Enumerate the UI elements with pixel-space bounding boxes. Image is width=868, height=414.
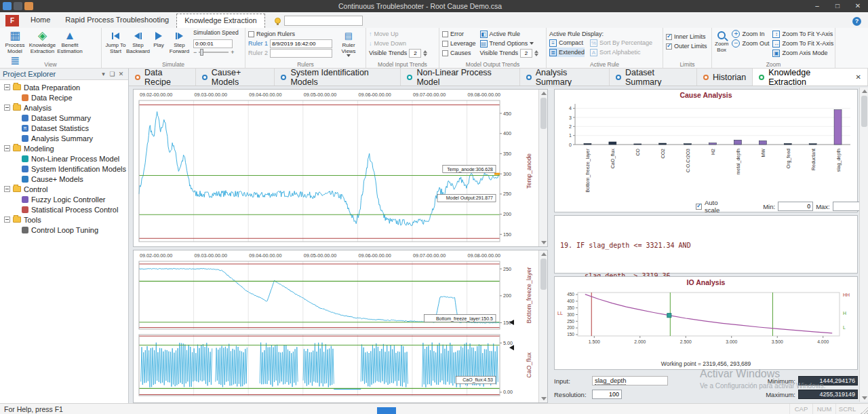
trend-options-button[interactable]: ▤Trend Options (480, 39, 538, 48)
tree-item-modeling[interactable]: Modeling (0, 143, 128, 153)
tree-item-control[interactable]: Control (0, 184, 128, 194)
doc-tab-non-linear-process-model[interactable]: Non-Linear Process Model (401, 69, 519, 86)
minimize-button[interactable]: – (807, 0, 827, 12)
doc-tab-dataset-summary[interactable]: Dataset Summary (610, 69, 697, 86)
tree-item-tools[interactable]: Tools (0, 214, 128, 225)
resolution-input[interactable] (592, 390, 622, 399)
trend2-scrollbar[interactable] (538, 250, 547, 402)
tree-item-dataset-summary[interactable]: Dataset Summary (0, 113, 128, 123)
system-identification-models-tab-icon (281, 75, 286, 80)
resize-grip[interactable] (859, 404, 868, 414)
step-backward-button[interactable]: Step Backward (127, 29, 149, 56)
simulation-speed-input[interactable] (193, 39, 233, 48)
extended-option[interactable]: ≣Extended (549, 48, 585, 57)
out-visible-trends-input[interactable] (520, 49, 532, 58)
tree-item-data-preparation[interactable]: Data Preparation (0, 82, 128, 92)
tree-item-fuzzy-logic-controller[interactable]: Fuzzy Logic Controller (0, 194, 128, 204)
process-model-button[interactable]: ▦Process Model (3, 29, 27, 54)
knowledge-extraction-button[interactable]: ◈Knowledge Extraction (30, 29, 54, 54)
expander-icon[interactable] (4, 145, 10, 151)
leverage-checkbox[interactable] (442, 41, 448, 47)
compact-option[interactable]: ≡Compact (549, 38, 585, 48)
sort-by-percentage-button[interactable]: %Sort By Percentage (590, 38, 652, 48)
error-checkbox[interactable] (442, 31, 448, 37)
benefit-estimation-button[interactable]: ▲Benefit Estimation (58, 29, 82, 54)
expander-icon[interactable] (4, 186, 10, 192)
temp-anode-trend-chart: 09.02-00.00.0009.03-00.00.0009.04-00.00.… (134, 90, 538, 246)
move-down-button[interactable]: ↓Move Down (369, 39, 436, 48)
expander-icon[interactable] (4, 105, 10, 111)
step-forward-button[interactable]: Step Forward (168, 29, 191, 56)
tab-knowledge-extraction[interactable]: Knowledge Extraction (176, 14, 264, 28)
panel-pin-icon[interactable]: ❏ (108, 71, 117, 77)
slider-thumb[interactable] (200, 49, 203, 56)
simulation-speed-slider[interactable]: − + (193, 49, 239, 56)
auto-scale-checkbox[interactable] (696, 204, 702, 210)
zoom-fit-y-button[interactable]: ↕Zoom To Fit Y-Axis (772, 29, 833, 39)
active-rule-button[interactable]: ◧Active Rule (480, 29, 538, 39)
file-button[interactable]: F (5, 15, 19, 26)
doc-tab-knowledge-extraction[interactable]: Knowledge Extraction✕ (753, 69, 868, 86)
svg-text:2.500: 2.500 (680, 339, 692, 344)
svg-text:metal_depth: metal_depth (736, 149, 741, 175)
expander-icon[interactable] (4, 217, 10, 223)
zoom-box-button[interactable]: Zoom Box (715, 29, 728, 58)
tree-item-cause-models[interactable]: Cause+ Models (0, 174, 128, 184)
tab-home[interactable]: Home (23, 14, 58, 28)
play-button[interactable]: Play (149, 29, 168, 56)
maximize-button[interactable]: □ (827, 0, 848, 12)
input-variable-combobox[interactable]: slag_depth (592, 376, 668, 385)
doc-tab-data-recipe[interactable]: Data Recipe (129, 69, 196, 86)
doc-tab-close-icon[interactable]: ✕ (856, 73, 861, 81)
outer-limits-checkbox[interactable] (666, 43, 672, 50)
region-rulers-checkbox[interactable] (248, 31, 254, 37)
min-input[interactable] (778, 202, 813, 211)
ruler1-label: Ruler 1 (248, 40, 268, 47)
close-button[interactable]: ✕ (848, 0, 868, 12)
knowledge-extraction-tab-icon (759, 75, 764, 80)
out-visible-trends-spinner[interactable] (534, 50, 538, 56)
jump-to-start-button[interactable]: Jump To Start (104, 29, 127, 56)
save-icon[interactable] (14, 2, 22, 10)
tab-rapid-process-troubleshooting[interactable]: Rapid Process Troubleshooting (58, 14, 176, 28)
tree-item-dataset-statistics[interactable]: πDataset Statistics (0, 123, 128, 133)
svg-text:09.08-00.00.00: 09.08-00.00.00 (468, 252, 500, 259)
ruler1-input[interactable] (270, 39, 332, 48)
right-panel-scrollbar[interactable] (859, 88, 868, 402)
panel-close-icon[interactable]: ✕ (117, 71, 125, 77)
slider-plus[interactable]: + (231, 49, 234, 56)
doc-tab-analysis-summary[interactable]: Analysis Summary (520, 69, 610, 86)
panel-menu-icon[interactable]: ▾ (99, 71, 108, 77)
app-icon[interactable] (3, 2, 12, 10)
ruler-views-button[interactable]: ▤Ruler Views (335, 29, 362, 58)
tree-item-non-linear-process-model[interactable]: Non-Linear Process Model (0, 153, 128, 164)
visible-trends-spinner[interactable] (423, 50, 427, 56)
help-icon[interactable]: ? (852, 17, 861, 26)
undo-icon[interactable] (24, 2, 33, 10)
tree-item-data-recipe[interactable]: Data Recipe (0, 92, 128, 102)
tell-me-input[interactable] (284, 16, 363, 26)
visible-trends-input[interactable] (409, 49, 421, 58)
ruler2-input[interactable] (270, 49, 332, 58)
analysis-summary-icon (22, 135, 28, 142)
tree-item-control-loop-tuning[interactable]: Control Loop Tuning (0, 225, 128, 235)
zoom-fit-x-button[interactable]: ↔Zoom To Fit X-Axis (772, 39, 833, 48)
data-recipe-tab-icon (135, 75, 140, 80)
tree-item-analysis[interactable]: Analysis (0, 102, 128, 113)
move-up-button[interactable]: ↑Move Up (369, 29, 436, 39)
slider-minus[interactable]: − (193, 49, 197, 56)
doc-tab-system-identification-models[interactable]: System Identification Models (275, 69, 401, 86)
expander-icon[interactable] (4, 84, 10, 90)
doc-tab-historian[interactable]: Historian (697, 69, 753, 86)
zoom-in-button[interactable]: +Zoom In (732, 29, 769, 39)
causes-checkbox[interactable] (442, 50, 448, 56)
tree-item-statistical-process-control[interactable]: Statistical Process Control (0, 204, 128, 214)
zoom-out-button[interactable]: −Zoom Out (732, 39, 769, 48)
tree-item-system-identification-models[interactable]: System Identification Models (0, 164, 128, 174)
inner-limits-checkbox[interactable] (666, 34, 672, 40)
zoom-axis-mode-button[interactable]: ▣Zoom Axis Mode (772, 48, 833, 58)
sort-alphabetic-button[interactable]: ASort Alphabetic (590, 48, 652, 57)
doc-tab-cause-models[interactable]: Cause+ Models (196, 69, 275, 86)
tree-item-analysis-summary[interactable]: Analysis Summary (0, 133, 128, 143)
trend1-scrollbar[interactable] (538, 90, 547, 246)
